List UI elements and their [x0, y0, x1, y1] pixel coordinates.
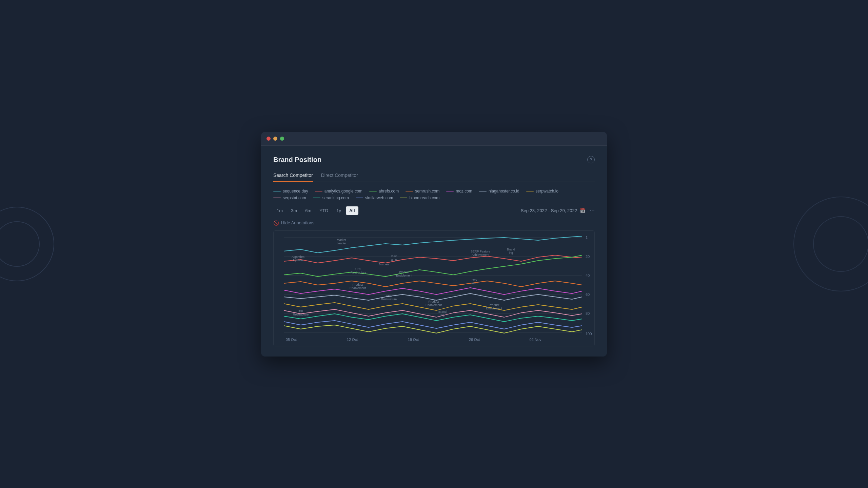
legend-label-bloomreach: bloomreach.com — [409, 196, 439, 200]
legend-color-serpwatch — [526, 191, 534, 191]
svg-text:ing: ing — [509, 251, 513, 255]
svg-text:Product: Product — [399, 270, 410, 274]
annotations-label: Hide Annotations — [281, 220, 314, 225]
traffic-light-yellow[interactable] — [273, 137, 277, 141]
svg-text:Rev: Rev — [472, 278, 477, 282]
legend-item-bloomreach: bloomreach.com — [400, 196, 439, 200]
svg-text:SERP Feature: SERP Feature — [471, 250, 490, 253]
annotations-toggle[interactable]: 🚫 Hide Annotations — [273, 220, 595, 226]
legend-color-seranking — [313, 198, 320, 198]
time-btn-ytd[interactable]: YTD — [316, 206, 332, 215]
legend-label-serpstat: serpstat.com — [283, 196, 306, 200]
svg-text:Product: Product — [352, 283, 363, 286]
tab-direct-competitor[interactable]: Direct Competitor — [321, 170, 358, 182]
legend-color-serpstat — [273, 198, 281, 198]
bg-decoration-right — [793, 197, 868, 291]
app-window: Brand Position ? Search Competitor Direc… — [261, 132, 607, 357]
time-btn-1y[interactable]: 1y — [333, 206, 344, 215]
legend-label-semrush: semrush.com — [415, 189, 439, 194]
header-row: Brand Position ? — [273, 156, 595, 164]
main-content: Brand Position ? Search Competitor Direc… — [261, 146, 607, 357]
legend-label-serpwatch: serpwatch.io — [536, 189, 558, 194]
date-range-text: Sep 23, 2022 - Sep 29, 2022 — [521, 208, 577, 213]
svg-text:Brand: Brand — [438, 310, 447, 313]
svg-text:Suspen...: Suspen... — [378, 263, 391, 266]
svg-text:ing: ing — [440, 313, 445, 317]
svg-text:Update: Update — [293, 259, 303, 262]
svg-text:amp: amp — [391, 258, 397, 261]
svg-text:Enablement: Enablement — [350, 286, 366, 290]
time-btn-1m[interactable]: 1m — [273, 206, 286, 215]
legend-item-seranking: seranking.com — [313, 196, 349, 200]
svg-text:Rev: Rev — [391, 255, 397, 258]
svg-text:05 Oct: 05 Oct — [286, 338, 297, 342]
time-btn-3m[interactable]: 3m — [288, 206, 300, 215]
svg-text:40: 40 — [586, 273, 590, 278]
chart-container: 1 20 40 60 80 100 — [273, 230, 595, 346]
legend-item-similarweb: similarweb.com — [356, 196, 393, 200]
tab-search-competitor[interactable]: Search Competitor — [273, 170, 313, 182]
legend-item-moz: moz.com — [446, 189, 472, 194]
svg-text:Restructure: Restructure — [293, 313, 309, 316]
time-btn-all[interactable]: All — [346, 206, 358, 215]
tab-bar: Search Competitor Direct Competitor — [273, 170, 595, 182]
more-options-button[interactable]: ··· — [590, 207, 595, 214]
svg-text:100: 100 — [586, 332, 592, 336]
svg-text:60: 60 — [586, 292, 590, 297]
legend-color-moz — [446, 191, 454, 191]
legend-color-ahrefs — [369, 191, 377, 191]
legend-label-ahrefs: ahrefs.com — [379, 189, 399, 194]
legend-label-sequence: sequence.day — [283, 189, 308, 194]
legend-item-semrush: semrush.com — [406, 189, 439, 194]
svg-text:URL: URL — [386, 294, 392, 298]
svg-text:Leader: Leader — [337, 242, 346, 245]
svg-text:URL: URL — [298, 309, 304, 313]
traffic-light-red[interactable] — [267, 137, 271, 141]
svg-text:20: 20 — [586, 255, 590, 259]
titlebar — [261, 132, 607, 146]
legend-item-niagahoster: niagahoster.co.id — [479, 189, 519, 194]
legend-label-seranking: seranking.com — [322, 196, 349, 200]
svg-text:02 Nov: 02 Nov — [530, 338, 541, 342]
time-btn-6m[interactable]: 6m — [302, 206, 315, 215]
svg-text:Product: Product — [489, 303, 499, 307]
legend-color-sequence — [273, 191, 281, 191]
help-button[interactable]: ? — [587, 156, 595, 163]
svg-text:Product: Product — [428, 300, 439, 303]
svg-text:26 Oct: 26 Oct — [469, 338, 480, 342]
svg-text:Market: Market — [337, 238, 346, 242]
svg-text:URL: URL — [355, 267, 361, 271]
calendar-icon[interactable]: 📅 — [580, 208, 586, 213]
bg-decoration-left — [0, 207, 54, 281]
traffic-light-green[interactable] — [280, 137, 284, 141]
legend-color-similarweb — [356, 198, 363, 198]
legend-item-serpstat: serpstat.com — [273, 196, 306, 200]
brand-position-chart: 1 20 40 60 80 100 — [274, 231, 592, 346]
page-title: Brand Position — [273, 156, 321, 164]
legend-color-niagahoster — [479, 191, 487, 191]
svg-text:Enablement: Enablement — [396, 274, 413, 277]
legend-color-analytics — [315, 191, 322, 191]
legend-color-bloomreach — [400, 198, 407, 198]
legend-label-analytics: analytics.google.com — [324, 189, 362, 194]
svg-text:1: 1 — [586, 236, 588, 240]
legend-label-niagahoster: niagahoster.co.id — [489, 189, 519, 194]
annotations-icon: 🚫 — [273, 220, 279, 226]
legend-item-ahrefs: ahrefs.com — [369, 189, 399, 194]
chart-legend: sequence.day analytics.google.com ahrefs… — [273, 189, 595, 200]
legend-item-sequence: sequence.day — [273, 189, 308, 194]
svg-text:80: 80 — [586, 311, 590, 316]
time-controls: 1m 3m 6m YTD 1y All Sep 23, 2022 - Sep 2… — [273, 206, 595, 215]
svg-text:amp: amp — [471, 282, 477, 285]
svg-text:Achievement: Achievement — [472, 253, 490, 257]
svg-text:Enablement: Enablement — [426, 303, 442, 307]
legend-item-serpwatch: serpwatch.io — [526, 189, 558, 194]
svg-text:Enablement: Enablement — [486, 307, 502, 310]
legend-item-analytics: analytics.google.com — [315, 189, 362, 194]
legend-label-similarweb: similarweb.com — [365, 196, 393, 200]
svg-text:Brand: Brand — [507, 248, 515, 251]
svg-text:Algorithm: Algorithm — [292, 255, 304, 259]
svg-text:12 Oct: 12 Oct — [347, 338, 358, 342]
legend-label-moz: moz.com — [456, 189, 472, 194]
legend-color-semrush — [406, 191, 413, 191]
